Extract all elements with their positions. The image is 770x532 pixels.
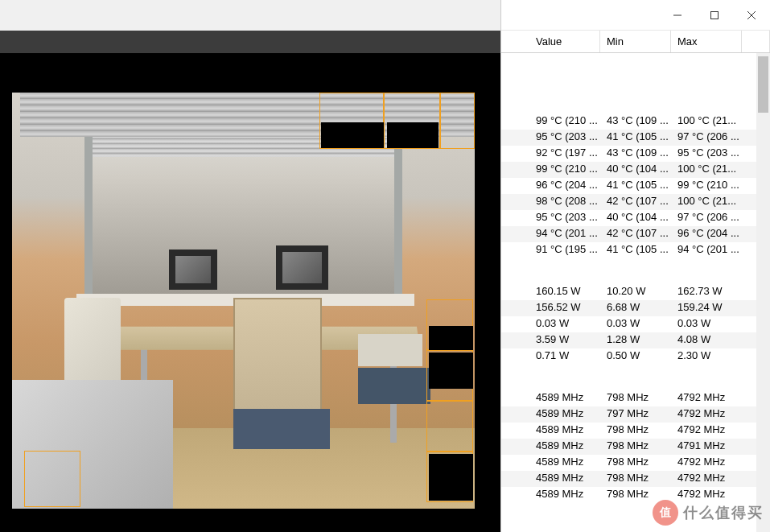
- cell-min: 10.20 W: [600, 284, 671, 300]
- cell-max: 100 °C (21...: [671, 162, 742, 178]
- cell-max: 4792 MHz: [671, 390, 742, 406]
- cell-min: 40 °C (104 ...: [600, 162, 671, 178]
- viewer-titlebar: [0, 0, 500, 31]
- cell-value: 95 °C (203 ...: [529, 130, 600, 146]
- cell-max: 96 °C (204 ...: [671, 226, 742, 242]
- cell-max: 2.30 W: [671, 348, 742, 365]
- group-separator: [501, 258, 770, 284]
- table-row[interactable]: 99 °C (210 ...40 °C (104 ...100 °C (21..…: [501, 162, 770, 178]
- table-row[interactable]: 94 °C (201 ...42 °C (107 ...96 °C (204 .…: [501, 226, 770, 242]
- cell-max: 4.08 W: [671, 332, 742, 348]
- cell-value: 4589 MHz: [529, 439, 600, 455]
- mask-patch: [321, 122, 384, 148]
- watermark-badge-icon: 值: [653, 500, 678, 526]
- cell-value: 4589 MHz: [529, 423, 600, 439]
- cell-max: 94 °C (201 ...: [671, 242, 742, 258]
- cell-max: 4791 MHz: [671, 439, 742, 455]
- monitor-panel: Value Min Max 99 °C (210 ...43 °C (109 .…: [500, 0, 770, 532]
- cell-min: 0.50 W: [600, 348, 671, 365]
- column-header-min[interactable]: Min: [600, 31, 671, 52]
- table-row[interactable]: 3.59 W1.28 W4.08 W: [501, 332, 770, 348]
- cell-value: 99 °C (210 ...: [529, 113, 600, 130]
- cell-value: 3.59 W: [529, 332, 600, 348]
- cell-max: 4792 MHz: [671, 423, 742, 439]
- cell-min: 798 MHz: [600, 390, 671, 406]
- table-row[interactable]: 4589 MHz798 MHz4792 MHz: [501, 423, 770, 439]
- cell-max: 97 °C (206 ...: [671, 210, 742, 226]
- selection-marker[interactable]: [24, 451, 80, 507]
- table-row[interactable]: 4589 MHz798 MHz4791 MHz: [501, 439, 770, 455]
- column-header-value[interactable]: Value: [529, 31, 600, 52]
- mask-patch: [429, 326, 473, 350]
- watermark-text: 什么值得买: [683, 503, 764, 522]
- cell-value: 0.71 W: [529, 348, 600, 365]
- table-row[interactable]: 156.52 W6.68 W159.24 W: [501, 300, 770, 316]
- selection-marker[interactable]: [440, 93, 475, 149]
- cell-min: 42 °C (107 ...: [600, 226, 671, 242]
- cell-max: 100 °C (21...: [671, 113, 742, 130]
- mask-patch: [429, 454, 473, 501]
- cell-min: 41 °C (105 ...: [600, 130, 671, 146]
- cell-max: 4792 MHz: [671, 406, 742, 423]
- cell-min: 43 °C (109 ...: [600, 113, 671, 130]
- table-row[interactable]: 95 °C (203 ...40 °C (104 ...97 °C (206 .…: [501, 210, 770, 226]
- table-row[interactable]: 92 °C (197 ...43 °C (109 ...95 °C (203 .…: [501, 146, 770, 162]
- group-separator: [501, 365, 770, 390]
- cell-min: 41 °C (105 ...: [600, 242, 671, 258]
- cell-min: 798 MHz: [600, 471, 671, 487]
- cell-min: 798 MHz: [600, 455, 671, 471]
- table-row[interactable]: 96 °C (204 ...41 °C (105 ...99 °C (210 .…: [501, 178, 770, 194]
- watermark: 值 什么值得买: [653, 500, 764, 526]
- cell-min: 43 °C (109 ...: [600, 146, 671, 162]
- table-row[interactable]: 95 °C (203 ...41 °C (105 ...97 °C (206 .…: [501, 130, 770, 146]
- cell-max: 4792 MHz: [671, 455, 742, 471]
- mask-patch: [429, 353, 473, 389]
- table-row[interactable]: 98 °C (208 ...42 °C (107 ...100 °C (21..…: [501, 194, 770, 210]
- svg-rect-1: [711, 11, 719, 19]
- table-row[interactable]: 99 °C (210 ...43 °C (109 ...100 °C (21..…: [501, 113, 770, 130]
- table-row[interactable]: 0.03 W0.03 W0.03 W: [501, 316, 770, 332]
- scrollbar[interactable]: [756, 53, 770, 532]
- table-row[interactable]: 0.71 W0.50 W2.30 W: [501, 348, 770, 365]
- preview-image: [12, 93, 475, 509]
- table-row[interactable]: 4589 MHz797 MHz4792 MHz: [501, 406, 770, 423]
- viewer-toolbar: [0, 31, 500, 53]
- cell-max: 162.73 W: [671, 284, 742, 300]
- column-header-max[interactable]: Max: [671, 31, 742, 52]
- cell-max: 97 °C (206 ...: [671, 130, 742, 146]
- close-button[interactable]: [733, 3, 770, 27]
- cell-min: 42 °C (107 ...: [600, 194, 671, 210]
- cell-value: 4589 MHz: [529, 455, 600, 471]
- table-row[interactable]: 4589 MHz798 MHz4792 MHz: [501, 455, 770, 471]
- table-row[interactable]: 4589 MHz798 MHz4792 MHz: [501, 471, 770, 487]
- table-row[interactable]: 91 °C (195 ...41 °C (105 ...94 °C (201 .…: [501, 242, 770, 258]
- cell-min: 0.03 W: [600, 316, 671, 332]
- cell-value: 99 °C (210 ...: [529, 162, 600, 178]
- maximize-button[interactable]: [696, 3, 733, 27]
- mask-patch: [387, 122, 439, 148]
- table-header: Value Min Max: [501, 31, 770, 53]
- cell-min: 40 °C (104 ...: [600, 210, 671, 226]
- cell-value: 98 °C (208 ...: [529, 194, 600, 210]
- window-titlebar: [501, 0, 770, 31]
- table-row[interactable]: 160.15 W10.20 W162.73 W: [501, 284, 770, 300]
- cell-value: 0.03 W: [529, 316, 600, 332]
- cell-max: 100 °C (21...: [671, 194, 742, 210]
- cell-min: 6.68 W: [600, 300, 671, 316]
- minimize-button[interactable]: [659, 3, 696, 27]
- cell-value: 94 °C (201 ...: [529, 226, 600, 242]
- cell-min: 1.28 W: [600, 332, 671, 348]
- table-row[interactable]: 4589 MHz798 MHz4792 MHz: [501, 390, 770, 406]
- image-viewer-panel: [0, 0, 500, 532]
- scrollbar-thumb[interactable]: [758, 56, 768, 113]
- cell-max: 95 °C (203 ...: [671, 146, 742, 162]
- cell-max: 159.24 W: [671, 300, 742, 316]
- selection-marker[interactable]: [426, 401, 473, 452]
- cell-min: 41 °C (105 ...: [600, 178, 671, 194]
- cell-max: 0.03 W: [671, 316, 742, 332]
- cell-value: 156.52 W: [529, 300, 600, 316]
- cell-min: 797 MHz: [600, 406, 671, 423]
- cell-value: 4589 MHz: [529, 406, 600, 423]
- cell-value: 4589 MHz: [529, 471, 600, 487]
- cell-min: 798 MHz: [600, 423, 671, 439]
